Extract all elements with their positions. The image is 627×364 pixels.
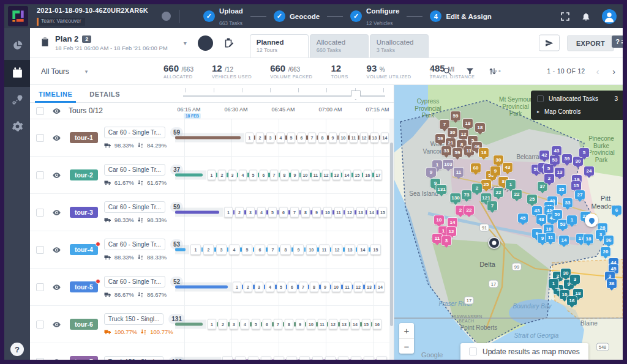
task-box[interactable]: 15 [353,170,361,180]
task-box[interactable]: 8 [301,207,310,218]
tour-badge[interactable]: tour-3 [70,207,98,218]
notifications-bell-icon[interactable] [581,12,591,21]
status-dot[interactable] [162,12,171,21]
map-area[interactable]: Cypress Provincial ParkMt Seymour Provin… [394,85,623,360]
task-box[interactable]: 1 [224,207,233,218]
task-box[interactable]: 3 [228,170,236,180]
task-box[interactable]: 6 [287,357,297,360]
tour-filter-dropdown[interactable]: All Tours ▾ [41,67,133,76]
vehicle-selector[interactable]: Truck 150 - Singl... [104,313,164,325]
tour-badge[interactable]: tour-1 [70,132,98,143]
tour-checkbox[interactable] [36,134,44,142]
help-badge[interactable]: ? [612,35,623,48]
task-marker[interactable]: 13 [555,168,565,177]
task-box[interactable]: 4 [257,207,266,218]
task-box[interactable]: 17 [374,170,382,180]
unallocated-checkbox[interactable] [537,95,544,102]
tour-checkbox[interactable] [36,358,44,360]
task-box[interactable]: 9 [293,245,304,255]
task-box[interactable]: 7 [308,133,316,143]
task-box[interactable]: 9 [325,357,336,360]
step-geocode[interactable]: ✓Geocode [274,10,320,22]
task-marker[interactable]: 43 [552,146,561,155]
vehicle-selector[interactable]: Car 60 - Single Tr... [104,201,165,213]
task-marker[interactable]: 9 [426,168,436,177]
tour-badge[interactable]: tour-5 [70,281,98,292]
task-box[interactable]: 6 [279,207,288,218]
task-box[interactable]: 3 [246,207,255,218]
task-box[interactable]: 7 [268,245,278,255]
task-box[interactable]: 12 [345,207,354,218]
task-box[interactable]: 9 [329,133,337,143]
vehicle-selector[interactable]: Truck 150 - Singl... [104,356,164,360]
tour-badge[interactable]: tour-2 [70,169,98,180]
task-marker[interactable]: 9 [490,166,500,176]
task-box[interactable]: 16 [364,170,372,180]
tour-visibility-eye-icon[interactable] [52,320,61,329]
task-box[interactable]: 1 [208,170,216,180]
tour-badge[interactable]: tour-4 [70,244,98,255]
task-box[interactable]: 13 [340,319,348,330]
task-marker[interactable]: 22 [512,190,522,199]
task-box[interactable]: 5 [249,170,257,180]
tour-checkbox[interactable] [36,171,44,179]
task-marker[interactable]: 1 [567,215,577,225]
task-box[interactable]: 3 [255,282,263,292]
task-box[interactable]: 14 [376,282,385,292]
task-box[interactable]: 2 [235,207,244,218]
task-box[interactable]: 4 [241,319,249,330]
tour-timeline[interactable]: 1234567891011121314 [175,119,394,156]
task-box[interactable]: 4 [229,245,239,255]
select-all-checkbox[interactable] [36,107,44,115]
task-box[interactable]: 10 [307,319,315,330]
task-box[interactable]: 11 [350,133,358,143]
task-box[interactable]: 10 [301,170,309,180]
task-box[interactable]: 9 [321,282,329,292]
zoom-in-button[interactable]: + [399,323,414,338]
task-marker[interactable]: 18 [475,123,485,132]
task-box[interactable]: 13 [345,245,355,255]
tour-timeline[interactable]: 123456789101112131415 [175,231,394,268]
tour-visibility-eye-icon[interactable] [52,133,61,143]
task-box[interactable]: 2 [218,170,226,180]
task-marker[interactable]: 12 [459,130,468,139]
task-marker[interactable]: 18 [463,119,473,128]
page-prev-icon[interactable]: ‹ [596,67,599,76]
tab-allocated[interactable]: Allocated660 Tasks [310,34,369,58]
task-marker[interactable]: 36 [604,236,614,245]
task-box[interactable]: 9 [312,207,321,218]
task-marker[interactable]: 131 [436,185,446,194]
task-marker[interactable]: 3 [570,275,580,284]
task-marker[interactable]: 53 [550,155,560,165]
task-box[interactable]: 14 [381,133,389,143]
task-marker[interactable]: 25 [481,180,491,189]
task-box[interactable]: 11 [334,207,343,218]
task-box[interactable]: 13 [356,207,365,218]
sidebar-item-pie-chart[interactable] [4,33,30,60]
tour-visibility-eye-icon[interactable] [52,208,61,217]
task-marker[interactable]: 30 [561,269,571,278]
task-marker[interactable]: 33 [441,146,451,155]
tour-rows-scroll-area[interactable]: tour-1Car 60 - Single Tr...5998.33%84.29… [30,119,394,360]
task-marker[interactable]: 42 [539,150,549,160]
task-box[interactable]: 7 [299,357,310,360]
task-box[interactable]: 5 [252,319,260,330]
task-box[interactable]: 10 [306,245,317,255]
task-marker[interactable]: 22 [494,188,503,197]
task-marker[interactable]: 43 [503,163,512,172]
task-marker[interactable]: 10 [434,215,444,225]
task-box[interactable]: 6 [255,245,265,255]
task-box[interactable]: 8 [280,245,291,255]
task-box[interactable]: 12 [364,357,374,360]
user-avatar[interactable] [602,9,617,24]
sidebar-item-route[interactable] [4,87,30,114]
task-marker[interactable]: 18 [584,234,593,243]
task-marker[interactable]: 45 [518,214,528,223]
task-marker[interactable]: 33 [563,198,573,207]
task-marker[interactable]: 1 [506,180,516,189]
task-marker[interactable]: 14 [448,218,457,227]
task-marker[interactable]: 11 [454,168,464,177]
task-marker[interactable]: 12 [446,227,456,236]
tour-visibility-eye-icon[interactable] [52,171,61,180]
task-box[interactable]: 2 [203,245,214,255]
